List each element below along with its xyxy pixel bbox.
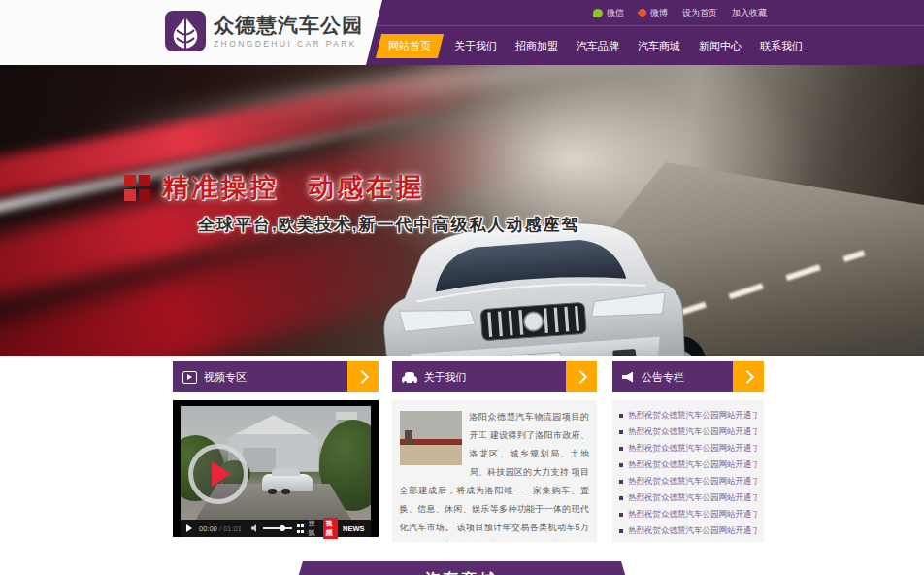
notice-item-text: 热烈祝贺众德慧汽车公园网站开通了！ [628,426,757,438]
video-player: 00:00 / 01:01 搜狐 视频 NEWS [173,400,379,537]
bullet-icon [619,463,623,467]
add-favorite-label: 加入收藏 [732,7,767,19]
bullet-icon [619,529,623,533]
sohu-video-badge: 视频 [323,518,338,539]
fullscreen-icon[interactable] [297,524,304,533]
banner-gray-streak [89,65,785,143]
page: 微信 微博 设为首页 加入收藏 网站首页 关于我们 招商加盟 汽车品牌 汽车商城… [0,0,924,575]
notice-item-text: 热烈祝贺众德慧汽车公园网站开通了！ [628,443,757,455]
sohu-brand-label: 搜狐 [309,519,319,538]
weibo-label: 微博 [650,7,668,19]
nav-item-news[interactable]: 新闻中心 [694,34,746,58]
chevron-right-icon [741,370,754,384]
video-panel-header: 视频专区 [173,361,379,392]
video-thumb-car [262,474,314,491]
banner-caption: 精准操控 动感在握 全球平台,欧美技术,新一代中高级私人动感座驾 [124,170,579,236]
about-content: 洛阳众德慧汽车物流园项目的开工 建设得到了洛阳市政府、洛龙区、城乡规划局、土地局… [392,400,598,542]
notice-list-item[interactable]: 热烈祝贺众德慧汽车公园网站开通了！ [619,457,757,473]
notice-list: 热烈祝贺众德慧汽车公园网站开通了！ 热烈祝贺众德慧汽车公园网站开通了！ 热烈祝贺… [612,400,764,542]
hero-banner-slide[interactable]: 精准操控 动感在握 全球平台,欧美技术,新一代中高级私人动感座驾 [0,65,924,356]
notice-list-item[interactable]: 热烈祝贺众德慧汽车公园网站开通了！ [619,473,757,490]
car-icon [402,376,417,383]
logo-icon [165,11,206,51]
video-panel-title: 视频专区 [204,370,247,385]
video-icon [182,371,197,384]
bullet-icon [619,496,623,500]
bullet-icon [619,480,623,484]
logo[interactable]: 众德慧汽车公园 ZHONGDEHUI CAR PARK [165,11,363,51]
megaphone-icon [622,372,635,383]
notice-list-item[interactable]: 热烈祝贺众德慧汽车公园网站开通了！ [619,423,757,440]
next-section-banner: 汽车商城 [291,561,633,575]
nav-item-about[interactable]: 关于我们 [449,34,502,58]
nav-item-contact[interactable]: 联系我们 [755,34,808,58]
nav-item-brands[interactable]: 汽车品牌 [572,34,624,58]
add-favorite-link[interactable]: 加入收藏 [732,7,767,19]
notice-list-item[interactable]: 热烈祝贺众德慧汽车公园网站开通了！ [619,440,757,457]
news-label: NEWS [343,524,365,533]
topbar: 微信 微博 设为首页 加入收藏 [593,0,767,25]
about-photo [400,411,462,465]
wechat-icon [593,9,603,17]
nav-item-join[interactable]: 招商加盟 [511,34,563,58]
volume-slider[interactable] [263,527,292,529]
next-section-title: 汽车商城 [291,570,633,575]
volume-icon[interactable] [251,524,258,532]
wechat-label: 微信 [607,7,624,19]
bullet-icon [619,430,623,434]
video-panel: 视频专区 00:00 / 01:01 [173,361,379,542]
notice-panel-header: 公告专栏 [612,361,764,392]
video-time: 00:00 / 01:01 [199,524,242,533]
main-nav: 网站首页 关于我们 招商加盟 汽车品牌 汽车商城 新闻中心 联系我们 [369,25,924,65]
banner-subheadline: 全球平台,欧美技术,新一代中高级私人动感座驾 [198,214,579,236]
volume-knob[interactable] [280,525,285,531]
notice-panel-title: 公告专栏 [642,370,684,385]
about-panel-more-button[interactable] [566,361,597,392]
site-title: 众德慧汽车公园 [214,14,363,37]
bullet-icon [619,414,623,418]
video-controls: 00:00 / 01:01 搜狐 视频 NEWS [181,520,371,537]
play-button[interactable] [186,524,192,532]
about-panel-title: 关于我们 [424,370,467,385]
content-panels: 视频专区 00:00 / 01:01 [173,361,764,542]
site-subtitle: ZHONGDEHUI CAR PARK [214,39,363,49]
banner-headline: 精准操控 动感在握 [162,170,424,205]
wechat-link[interactable]: 微信 [593,7,624,19]
bullet-icon [619,513,623,517]
notice-list-item[interactable]: 热烈祝贺众德慧汽车公园网站开通了！ [619,506,757,523]
chevron-right-icon [574,370,587,384]
video-panel-more-button[interactable] [347,361,379,392]
notice-list-item[interactable]: 热烈祝贺众德慧汽车公园网站开通了！ [619,523,757,539]
notice-list-item[interactable]: 热烈祝贺众德慧汽车公园网站开通了！ [619,407,757,423]
notice-item-text: 热烈祝贺众德慧汽车公园网站开通了！ [628,410,757,422]
notice-item-text: 热烈祝贺众德慧汽车公园网站开通了！ [628,459,757,471]
set-homepage-label: 设为首页 [682,7,717,19]
nav-item-home[interactable]: 网站首页 [376,34,444,58]
bullet-icon [619,447,623,451]
notice-item-text: 热烈祝贺众德慧汽车公园网站开通了！ [628,492,757,504]
set-homepage-link[interactable]: 设为首页 [682,7,717,19]
notice-item-text: 热烈祝贺众德慧汽车公园网站开通了！ [628,476,757,488]
chevron-right-icon [354,370,368,384]
notice-item-text: 热烈祝贺众德慧汽车公园网站开通了！ [628,509,757,521]
logo-text: 众德慧汽车公园 ZHONGDEHUI CAR PARK [214,14,363,49]
notice-item-text: 热烈祝贺众德慧汽车公园网站开通了！ [628,525,757,537]
about-panel: 关于我们 洛阳众德慧汽车物流园项目的开工 建设得到了洛阳市政府、洛龙区、城乡规划… [392,361,598,542]
weibo-icon [637,7,647,17]
notice-panel-more-button[interactable] [733,361,764,392]
weibo-link[interactable]: 微博 [639,7,668,19]
nav-item-mall[interactable]: 汽车商城 [633,34,685,58]
big-play-button[interactable] [188,444,248,504]
red-squares-icon [124,175,150,201]
notice-list-item[interactable]: 热烈祝贺众德慧汽车公园网站开通了！ [619,490,757,506]
notice-panel: 公告专栏 热烈祝贺众德慧汽车公园网站开通了！ 热烈祝贺众德慧汽车公园网站开通了！ [612,361,764,542]
about-panel-header: 关于我们 [392,361,598,392]
header: 微信 微博 设为首页 加入收藏 网站首页 关于我们 招商加盟 汽车品牌 汽车商城… [0,0,924,65]
video-thumb-street-sign [336,412,357,420]
